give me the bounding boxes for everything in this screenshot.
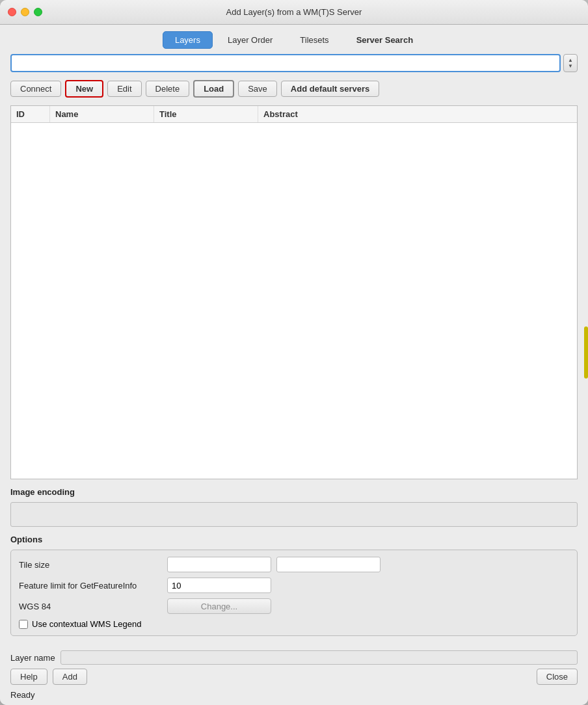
tab-server-search[interactable]: Server Search [344,31,425,49]
bottom-left-buttons: Help Add [10,669,87,685]
url-row: ▲ ▼ [10,54,578,72]
layer-name-box [60,650,578,665]
add-button[interactable]: Add [53,669,87,685]
url-spinner[interactable]: ▲ ▼ [563,54,578,72]
window-title: Add Layer(s) from a WM(T)S Server [226,7,362,17]
feature-limit-row: Feature limit for GetFeatureInfo [19,578,569,593]
image-encoding-box [10,502,578,527]
maximize-window-button[interactable] [34,8,42,16]
contextual-legend-checkbox[interactable] [19,620,28,629]
wgs84-label: WGS 84 [19,602,162,611]
table-header: ID Name Title Abstract [11,106,577,123]
layer-name-label: Layer name [10,653,55,663]
save-button[interactable]: Save [238,81,277,97]
feature-limit-label: Feature limit for GetFeatureInfo [19,581,162,591]
delete-button[interactable]: Delete [146,81,190,97]
traffic-lights [8,8,42,16]
main-content: ▲ ▼ Connect New Edit Delete Load Save Ad… [0,54,588,646]
wgs84-row: WGS 84 Change... [19,598,569,614]
tab-layers[interactable]: Layers [163,31,213,49]
url-input[interactable] [10,54,561,72]
tile-size-label: Tile size [19,560,162,570]
status-bar: Ready [10,689,578,701]
minimize-window-button[interactable] [21,8,29,16]
add-default-servers-button[interactable]: Add default servers [281,81,379,97]
scrollbar-indicator[interactable] [584,326,588,379]
title-bar: Add Layer(s) from a WM(T)S Server [0,0,588,25]
contextual-legend-row: Use contextual WMS Legend [19,619,569,629]
tile-size-input-2[interactable] [276,557,381,572]
col-abstract: Abstract [258,106,577,122]
bottom-buttons: Help Add Close [10,669,578,685]
feature-limit-input[interactable] [167,578,271,593]
tab-layer-order[interactable]: Layer Order [215,31,285,49]
image-encoding-label: Image encoding [10,487,578,497]
close-button[interactable]: Close [537,669,578,685]
col-title: Title [154,106,258,122]
help-button[interactable]: Help [10,669,47,685]
change-button[interactable]: Change... [167,598,271,614]
main-window: Add Layer(s) from a WM(T)S Server Layers… [0,0,588,705]
load-button[interactable]: Load [193,80,234,98]
col-name: Name [50,106,154,122]
layer-name-row: Layer name [10,650,578,665]
tab-bar: Layers Layer Order Tilesets Server Searc… [0,25,588,54]
connect-button[interactable]: Connect [10,81,61,97]
button-row: Connect New Edit Delete Load Save Add de… [10,80,578,98]
layers-table: ID Name Title Abstract [10,105,578,479]
options-label: Options [10,535,578,544]
close-window-button[interactable] [8,8,16,16]
tile-size-row: Tile size [19,557,569,572]
tab-tilesets[interactable]: Tilesets [287,31,341,49]
chevron-up-icon: ▲ [568,57,573,63]
tile-size-input-1[interactable] [167,557,271,572]
options-section: Tile size Feature limit for GetFeatureIn… [10,550,578,636]
edit-button[interactable]: Edit [107,81,141,97]
new-button[interactable]: New [65,80,103,98]
col-id: ID [11,106,50,122]
chevron-down-icon: ▼ [568,63,573,69]
contextual-legend-label: Use contextual WMS Legend [32,619,141,629]
bottom-section: Layer name Help Add Close Ready [0,646,588,705]
